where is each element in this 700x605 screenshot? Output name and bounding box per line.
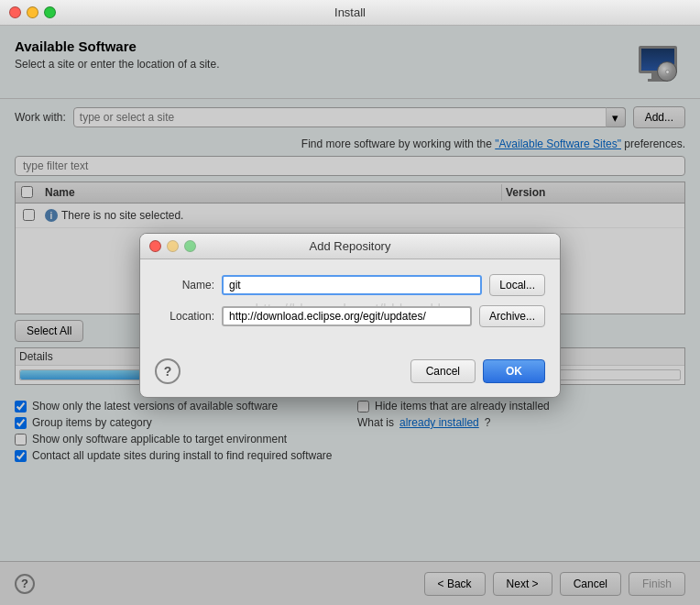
title-bar: Install <box>0 0 700 26</box>
dialog-location-label: Location: <box>155 310 214 323</box>
maximize-button[interactable] <box>44 6 56 18</box>
dialog-help-button[interactable]: ? <box>155 358 180 384</box>
minimize-button[interactable] <box>27 6 38 18</box>
dialog-footer-right: Cancel OK <box>410 359 545 383</box>
local-button[interactable]: Local... <box>489 274 545 296</box>
dialog-title: Add Repository <box>310 239 391 253</box>
dialog-location-input[interactable] <box>222 306 472 326</box>
dialog-name-label: Name: <box>155 279 214 292</box>
dialog-overlay: Add Repository Name: Local... Location: … <box>0 26 700 605</box>
add-repository-dialog: Add Repository Name: Local... Location: … <box>139 233 561 398</box>
main-content: Available Software Select a site or ente… <box>0 26 700 605</box>
title-bar-buttons <box>9 6 56 18</box>
dialog-name-input[interactable] <box>222 275 482 295</box>
dialog-max-button[interactable] <box>184 240 196 252</box>
dialog-body: Name: Local... Location: Archive... http… <box>140 259 560 351</box>
dialog-title-buttons <box>149 240 196 252</box>
dialog-name-row: Name: Local... <box>155 274 545 296</box>
dialog-cancel-button[interactable]: Cancel <box>410 359 476 383</box>
dialog-footer: ? Cancel OK <box>140 351 560 397</box>
dialog-ok-button[interactable]: OK <box>483 359 545 383</box>
archive-button[interactable]: Archive... <box>479 305 545 327</box>
dialog-close-button[interactable] <box>149 240 161 252</box>
dialog-location-row: Location: Archive... <box>155 305 545 327</box>
dialog-title-bar: Add Repository <box>140 234 560 259</box>
close-button[interactable] <box>9 6 21 18</box>
dialog-min-button[interactable] <box>167 240 179 252</box>
window-title: Install <box>334 6 366 19</box>
